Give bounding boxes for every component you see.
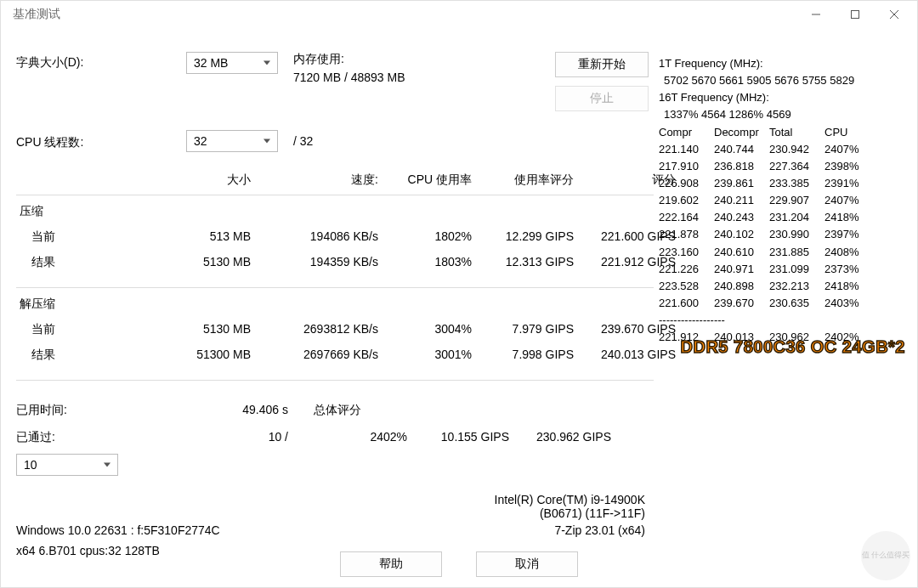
dict-size-label: 字典大小(D): <box>16 52 186 71</box>
col-speed: 速度: <box>254 169 382 191</box>
overall-cpu: 2402% <box>314 430 407 444</box>
log-panel: 1T Frequency (MHz): 5702 5670 5661 5905 … <box>659 55 905 346</box>
stats-row: 217.910236.818227.3642398% <box>659 158 905 175</box>
stats-row: 221.140240.744230.9422407% <box>659 141 905 158</box>
passed-value: 10 / <box>186 430 288 444</box>
cancel-button[interactable]: 取消 <box>476 551 578 577</box>
freq-1t-label: 1T Frequency (MHz): <box>659 55 905 72</box>
threads-label: CPU 线程数: <box>16 132 186 150</box>
stats-header: ComprDecomprTotalCPU <box>659 124 905 141</box>
stats-row: 219.602240.211229.9072407% <box>659 192 905 209</box>
freq-1t-values: 5702 5670 5661 5905 5676 5755 5829 <box>659 72 905 89</box>
threads-select[interactable]: 32 <box>186 130 278 152</box>
passes-select[interactable]: 10 <box>16 454 118 476</box>
overall-rating-label: 总体评分 <box>314 403 407 418</box>
overlay-annotation: DDR5 7800C36 OC 24GB*2 <box>681 337 905 357</box>
stats-divider: ------------------ <box>659 312 905 329</box>
table-row: 当前 513 MB 194086 KB/s 1802% 12.299 GIPS … <box>16 224 654 250</box>
overall-usage-rating: 10.155 GIPS <box>407 430 509 444</box>
table-row: 当前 5130 MB 2693812 KB/s 3004% 7.979 GIPS… <box>16 317 654 342</box>
restart-button[interactable]: 重新开始 <box>555 52 649 77</box>
benchmark-window: 基准测试 字典大小(D): 32 MB 内存使用: 7120 MB / 4889… <box>0 0 918 588</box>
app-info: 7-Zip 23.01 (x64) <box>554 523 654 537</box>
cpu-name: Intel(R) Core(TM) i9-14900K <box>16 493 654 506</box>
elapsed-label: 已用时间: <box>16 403 186 418</box>
table-header: 大小 速度: CPU 使用率 使用率评分 评分 <box>16 169 654 191</box>
mem-usage-value: 7120 MB / 48893 MB <box>293 71 405 84</box>
overall-rating: 230.962 GIPS <box>509 430 611 444</box>
freq-16t-values: 1337% 4564 1286% 4569 <box>659 106 905 123</box>
freq-16t-label: 16T Frequency (MHz): <box>659 89 905 106</box>
elapsed-value: 49.406 s <box>186 403 288 416</box>
col-cpu: CPU 使用率 <box>382 169 475 191</box>
passed-label: 已通过: <box>16 430 186 445</box>
stats-row: 221.878240.102230.9902397% <box>659 226 905 243</box>
compress-section: 压缩 <box>16 199 654 224</box>
close-button[interactable] <box>875 1 914 28</box>
os-info: Windows 10.0 22631 : f:5F310F2774C <box>16 523 220 537</box>
cpu-id: (B0671) (11F->11F) <box>16 506 654 520</box>
mem-usage-label: 内存使用: <box>293 52 405 67</box>
maximize-button[interactable] <box>836 1 875 28</box>
stats-row: 223.160240.610231.8852408% <box>659 244 905 261</box>
window-title: 基准测试 <box>13 7 60 22</box>
stop-button: 停止 <box>555 86 649 111</box>
stats-row: 223.528240.898232.2132418% <box>659 278 905 295</box>
help-button[interactable]: 帮助 <box>340 551 442 577</box>
stats-row: 221.226240.971231.0992373% <box>659 261 905 278</box>
stats-row: 226.908239.861233.3852391% <box>659 175 905 192</box>
svg-rect-1 <box>852 11 859 19</box>
dict-size-select[interactable]: 32 MB <box>186 52 278 74</box>
table-row: 结果 51300 MB 2697669 KB/s 3001% 7.998 GIP… <box>16 342 654 368</box>
col-usage-rating: 使用率评分 <box>475 169 577 191</box>
decompress-section: 解压缩 <box>16 291 654 317</box>
minimize-button[interactable] <box>796 1 836 28</box>
table-row: 结果 5130 MB 194359 KB/s 1803% 12.313 GIPS… <box>16 250 654 275</box>
watermark-icon: 值 什么值得买 <box>861 531 910 580</box>
threads-total: / 32 <box>293 134 313 148</box>
stats-row: 221.600239.670230.6352403% <box>659 295 905 312</box>
titlebar: 基准测试 <box>1 1 917 28</box>
stats-row: 222.164240.243231.2042418% <box>659 209 905 226</box>
col-size: 大小 <box>169 169 254 191</box>
